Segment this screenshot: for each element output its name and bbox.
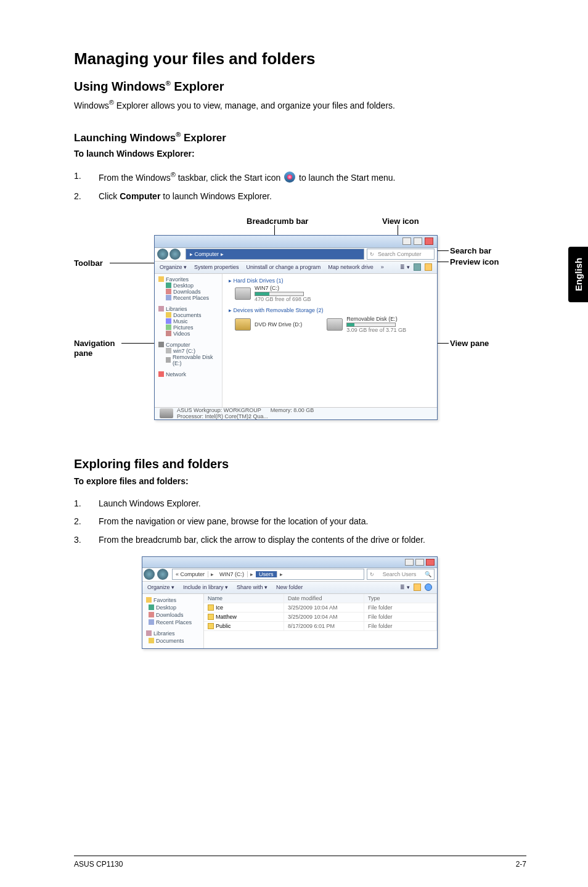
nav-libraries[interactable]: Libraries <box>158 306 218 312</box>
recent-icon <box>166 295 171 300</box>
col-date[interactable]: Date modified <box>284 594 364 603</box>
registered-mark: ® <box>166 80 171 87</box>
nav-pictures[interactable]: Pictures <box>158 324 218 331</box>
include-menu[interactable]: Include in library ▾ <box>183 584 228 590</box>
dvd-icon <box>235 318 251 331</box>
text: Favorites <box>153 597 176 603</box>
sysprops-button[interactable]: System properties <box>194 264 239 270</box>
list-item[interactable]: Matthew 3/25/2009 10:04 AM File folder <box>204 613 437 622</box>
help-icon[interactable] <box>425 584 432 591</box>
list-item[interactable]: Public 8/17/2009 6:01 PM File folder <box>204 622 437 631</box>
crumb-segment-selected[interactable]: Users <box>256 571 277 577</box>
minimize-button[interactable] <box>405 559 414 566</box>
uninstall-button[interactable]: Uninstall or change a program <box>247 264 321 270</box>
help-icon[interactable] <box>425 263 432 271</box>
view-icon[interactable]: ≣ ▾ <box>400 584 410 590</box>
star-icon <box>146 597 152 603</box>
nav-downloads[interactable]: Downloads <box>146 611 200 619</box>
preview-icon[interactable] <box>414 584 421 591</box>
breadcrumb-bar[interactable]: « Computer▸ WIN7 (C:)▸ Users▸ <box>172 569 364 580</box>
drive-icon <box>235 287 251 300</box>
section-removable[interactable]: ▸ Devices with Removable Storage (2) <box>229 307 431 313</box>
nav-libraries[interactable]: Libraries <box>146 630 200 637</box>
nav-downloads[interactable]: Downloads <box>158 289 218 295</box>
downloads-icon <box>149 612 154 617</box>
nav-recent[interactable]: Recent Places <box>158 295 218 301</box>
explorer-breadcrumb-example: « Computer▸ WIN7 (C:)▸ Users▸ ↻ Search U… <box>142 556 438 649</box>
step-item: 3.From the breadcrumb bar, click the arr… <box>74 533 526 548</box>
nav-computer[interactable]: Computer <box>158 342 218 348</box>
file-list: Name Date modified Type Ice 3/25/2009 10… <box>204 594 437 648</box>
window-titlebar <box>155 236 437 248</box>
lead-explore: To explore files and folders: <box>74 475 526 488</box>
forward-button[interactable] <box>169 249 181 260</box>
address-bar-row: ▸ Computer ▸ ↻ Search Computer <box>155 248 437 262</box>
nav-removable[interactable]: Removable Disk (E:) <box>158 354 218 366</box>
nav-network[interactable]: Network <box>158 371 218 377</box>
search-box[interactable]: ↻ Search Users 🔍 <box>367 569 435 580</box>
nav-documents[interactable]: Documents <box>146 637 200 645</box>
drive-label: Removable Disk (E:) <box>346 316 406 322</box>
file-name: Public <box>216 623 231 629</box>
nav-desktop[interactable]: Desktop <box>146 604 200 611</box>
chevron-right-icon[interactable]: ▸ <box>208 571 216 577</box>
explorer-window: ▸ Computer ▸ ↻ Search Computer Organize … <box>154 235 438 420</box>
minimize-button[interactable] <box>402 237 411 245</box>
nav-videos[interactable]: Videos <box>158 331 218 337</box>
view-pane: ▸ Hard Disk Drives (1) WIN7 (C:) 470 GB … <box>223 274 437 407</box>
back-button[interactable] <box>157 249 168 260</box>
overflow-chevron[interactable]: » <box>381 264 384 270</box>
computer-thumb-icon <box>160 408 173 418</box>
search-box[interactable]: ↻ Search Computer <box>367 249 435 260</box>
nav-documents[interactable]: Documents <box>158 312 218 318</box>
back-button[interactable] <box>144 569 155 580</box>
status-line2: Processor: Intel(R) Core(TM)2 Qua... <box>177 413 268 419</box>
status-line3: Memory: 8.00 GB <box>271 407 314 413</box>
nav-hdd[interactable]: win7 (C:) <box>158 348 218 354</box>
navigation-pane: Favorites Desktop Downloads Recent Place… <box>155 274 223 407</box>
nav-favorites[interactable]: Favorites <box>158 276 218 283</box>
organize-menu[interactable]: Organize ▾ <box>160 264 187 270</box>
drive-removable[interactable]: Removable Disk (E:) 3.09 GB free of 3.71… <box>327 316 406 333</box>
share-menu[interactable]: Share with ▾ <box>237 584 267 590</box>
view-icon[interactable]: ≣ ▾ <box>400 264 410 270</box>
col-type[interactable]: Type <box>364 594 437 603</box>
crumb-segment[interactable]: « Computer <box>173 571 208 577</box>
maximize-button[interactable] <box>414 237 422 245</box>
nav-recent[interactable]: Recent Places <box>146 619 200 626</box>
drive-dvd[interactable]: DVD RW Drive (D:) <box>235 316 302 333</box>
desktop-icon <box>166 283 171 288</box>
chevron-right-icon[interactable]: ▸ <box>248 571 256 577</box>
list-item[interactable]: Ice 3/25/2009 10:04 AM File folder <box>204 603 437 613</box>
newfolder-button[interactable]: New folder <box>276 584 303 590</box>
file-date: 3/25/2009 10:04 AM <box>284 603 364 612</box>
organize-menu[interactable]: Organize ▾ <box>147 584 174 590</box>
text: Downloads <box>173 289 201 295</box>
crumb-segment[interactable]: WIN7 (C:) <box>216 571 248 577</box>
page-footer: ASUS CP1130 2-7 <box>74 856 526 868</box>
maximize-button[interactable] <box>415 559 424 566</box>
nav-desktop[interactable]: Desktop <box>158 283 218 289</box>
mapdrive-button[interactable]: Map network drive <box>328 264 374 270</box>
section-hdd[interactable]: ▸ Hard Disk Drives (1) <box>229 278 431 284</box>
preview-icon[interactable] <box>414 263 421 271</box>
nav-favorites[interactable]: Favorites <box>146 596 200 604</box>
text: Documents <box>173 312 202 318</box>
pictures-icon <box>166 324 171 330</box>
col-name[interactable]: Name <box>204 594 284 603</box>
section-using-explorer: Using Windows® Explorer <box>74 80 526 94</box>
toolbar-left: Organize ▾ System properties Uninstall o… <box>160 264 384 270</box>
close-button[interactable] <box>425 237 433 245</box>
removable-drive-icon <box>327 318 343 331</box>
documents-icon <box>166 312 171 318</box>
toolbar-right: ≣ ▾ <box>400 263 432 271</box>
drive-c[interactable]: WIN7 (C:) 470 GB free of 698 GB <box>235 285 431 302</box>
nav-music[interactable]: Music <box>158 318 218 324</box>
step-item: 2. Click Computer to launch Windows Expl… <box>74 189 526 204</box>
text: Libraries <box>153 630 175 637</box>
breadcrumb-bar[interactable]: ▸ Computer ▸ <box>186 249 364 260</box>
start-icon <box>284 171 295 183</box>
chevron-right-icon[interactable]: ▸ <box>277 571 285 577</box>
close-button[interactable] <box>426 559 435 566</box>
forward-button[interactable] <box>157 569 168 580</box>
